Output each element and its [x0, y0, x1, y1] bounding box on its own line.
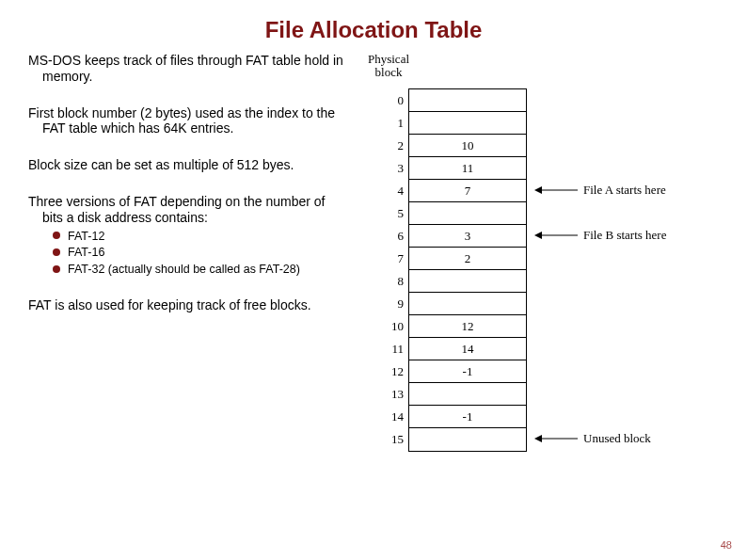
row-index: 13 [387, 383, 404, 406]
annotation-file-b: File B starts here [583, 224, 666, 247]
fat-table: 0 1 210 311 47 5 63 72 8 9 1012 1114 12-… [408, 88, 527, 452]
row-index: 8 [387, 270, 404, 293]
diagram-column: Physical block 0 1 210 311 47 5 63 72 8 … [348, 53, 719, 334]
row-index: 5 [387, 202, 404, 225]
row-value: 2 [465, 251, 471, 265]
table-row: 210 [409, 135, 526, 157]
bullet-list: FAT-12 FAT-16 FAT-32 (actually should be… [28, 230, 348, 278]
slide-title: File Allocation Table [0, 0, 747, 53]
table-row: 1114 [409, 338, 526, 360]
table-row: 47 [409, 180, 526, 202]
row-index: 9 [387, 293, 404, 315]
row-index: 12 [387, 360, 404, 383]
bullet-fat12: FAT-12 [53, 230, 348, 245]
annotation-file-a: File A starts here [583, 179, 666, 201]
table-row: 72 [409, 248, 526, 270]
table-row: 12-1 [409, 360, 526, 383]
arrow-icon [534, 179, 578, 201]
paragraph-2: First block number (2 bytes) used as the… [28, 105, 348, 137]
table-row: 0 [409, 89, 526, 112]
row-index: 14 [387, 406, 404, 428]
row-value: 14 [462, 342, 474, 356]
svg-marker-5 [534, 435, 542, 442]
paragraph-3: Block size can be set as multiple of 512… [28, 157, 348, 173]
annotation-unused: Unused block [583, 427, 651, 450]
table-row: 14-1 [409, 406, 526, 428]
row-index: 6 [387, 225, 404, 248]
row-value: -1 [463, 409, 473, 424]
paragraph-5: FAT is also used for keeping track of fr… [28, 297, 348, 313]
row-value: 7 [465, 184, 471, 198]
physical-block-label: Physical block [356, 53, 421, 80]
table-row: 9 [409, 293, 526, 315]
svg-marker-1 [534, 186, 542, 194]
table-row: 5 [409, 202, 526, 225]
svg-marker-3 [534, 232, 542, 239]
table-row: 311 [409, 157, 526, 180]
row-value: 10 [462, 138, 474, 152]
row-index: 2 [387, 135, 404, 157]
row-index: 10 [387, 315, 404, 338]
row-value: 11 [462, 161, 474, 175]
page-number: 48 [721, 539, 732, 551]
row-value: 12 [462, 319, 474, 333]
row-index: 3 [387, 157, 404, 180]
row-index: 4 [387, 180, 404, 202]
content-area: MS-DOS keeps track of files through FAT … [0, 53, 747, 334]
row-value: -1 [463, 364, 473, 378]
table-row: 15 [409, 428, 526, 451]
table-row: 8 [409, 270, 526, 293]
arrow-icon [534, 427, 578, 450]
row-value: 3 [465, 229, 471, 243]
row-index: 0 [387, 89, 404, 112]
row-index: 1 [387, 112, 404, 135]
row-index: 11 [387, 338, 404, 360]
table-row: 1 [409, 112, 526, 135]
paragraph-1: MS-DOS keeps track of files through FAT … [28, 53, 348, 85]
paragraph-4: Three versions of FAT depending on the n… [28, 194, 348, 226]
text-column: MS-DOS keeps track of files through FAT … [28, 53, 348, 334]
bullet-fat16: FAT-16 [53, 246, 348, 261]
bullet-fat32: FAT-32 (actually should be called as FAT… [53, 263, 348, 278]
arrow-icon [534, 224, 578, 247]
table-row: 13 [409, 383, 526, 406]
table-row: 63 [409, 225, 526, 248]
table-row: 1012 [409, 315, 526, 338]
row-index: 15 [387, 428, 404, 451]
row-index: 7 [387, 248, 404, 270]
